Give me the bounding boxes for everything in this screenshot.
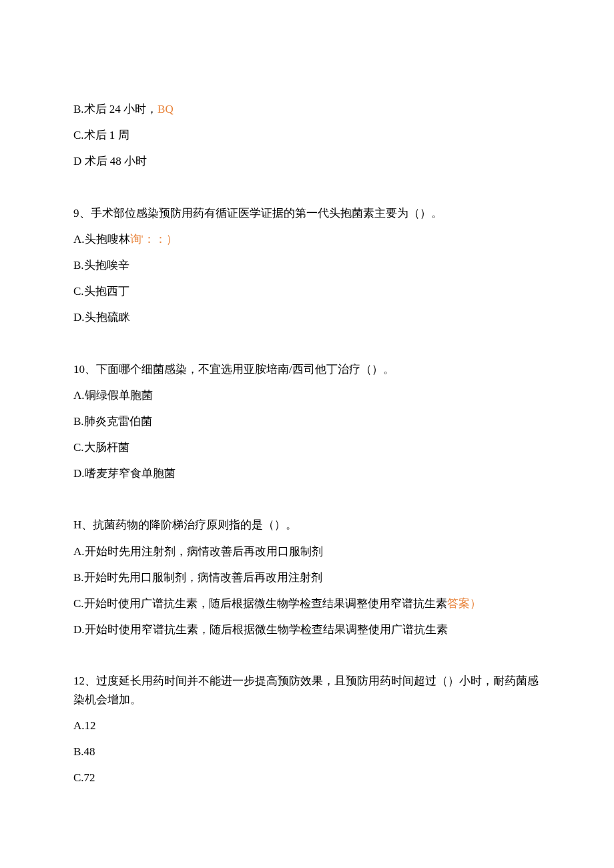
option-c-annotation: 答案） [447,597,481,610]
document-page: B.术后 24 小时，BQ C.术后 1 周 D 术后 48 小时 9、手术部位… [0,0,614,868]
question-9: 9、手术部位感染预防用药有循证医学证据的第一代头抱菌素主要为（）。 A.头抱嗖林… [73,204,541,327]
question-stem: 9、手术部位感染预防用药有循证医学证据的第一代头抱菌素主要为（）。 [73,204,541,222]
option-c: C.72 [73,769,541,787]
option-b-text: B.术后 24 小时， [73,103,158,115]
option-c: C.头抱西丁 [73,282,541,300]
option-a-annotation: 询'：：） [130,233,178,246]
question-10: 10、下面哪个细菌感染，不宜选用亚胺培南/西司他丁治疗（）。 A.铜绿假单胞菌 … [73,360,541,483]
option-b: B.术后 24 小时，BQ [73,100,541,118]
question-11: H、抗菌药物的降阶梯治疗原则指的是（）。 A.开始时先用注射剂，病情改善后再改用… [73,516,541,638]
option-d: D.头抱硫眯 [73,308,541,326]
option-c: C.大肠杆菌 [73,438,541,456]
question-12: 12、过度延长用药时间并不能进一步提高预防效果，且预防用药时间超过（）小时，耐药… [73,672,541,787]
question-stem: 10、下面哪个细菌感染，不宜选用亚胺培南/西司他丁治疗（）。 [73,360,541,378]
option-a: A.开始时先用注射剂，病情改善后再改用口服制剂 [73,542,541,560]
question-stem: H、抗菌药物的降阶梯治疗原则指的是（）。 [73,516,541,534]
option-d: D.开始时使用窄谱抗生素，随后根据微生物学检查结果调整使用广谱抗生素 [73,620,541,638]
option-b: B.肺炎克雷伯菌 [73,412,541,430]
option-a: A.头抱嗖林询'：：） [73,230,541,248]
option-d: D.嗜麦芽窄食单胞菌 [73,464,541,482]
option-b: B.头抱唉辛 [73,256,541,274]
option-d: D 术后 48 小时 [73,152,541,170]
option-b: B.开始时先用口服制剂，病情改善后再改用注射剂 [73,568,541,586]
option-a: A.铜绿假单胞菌 [73,386,541,404]
option-b-annotation: BQ [158,103,174,115]
option-a: A.12 [73,717,541,735]
option-c: C.术后 1 周 [73,126,541,144]
question-stem: 12、过度延长用药时间并不能进一步提高预防效果，且预防用药时间超过（）小时，耐药… [73,672,541,708]
option-c: C.开始时使用广谱抗生素，随后根据微生物学检查结果调整使用窄谱抗生素答案） [73,594,541,612]
option-a-text: A.头抱嗖林 [73,233,130,246]
option-c-text: C.开始时使用广谱抗生素，随后根据微生物学检查结果调整使用窄谱抗生素 [73,597,447,610]
option-b: B.48 [73,743,541,761]
question-8-partial: B.术后 24 小时，BQ C.术后 1 周 D 术后 48 小时 [73,100,541,171]
